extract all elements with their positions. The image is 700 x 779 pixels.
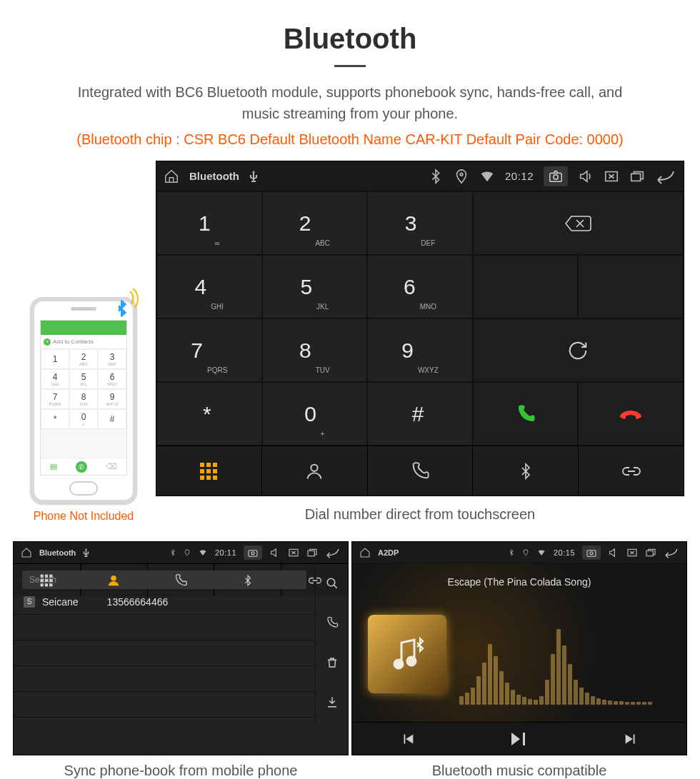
svg-rect-12 <box>587 550 596 556</box>
music-controls <box>352 722 686 755</box>
app-title: Bluetooth <box>39 548 76 557</box>
wifi-icon <box>198 548 208 557</box>
song-title: Escape (The Pina Colada Song) <box>365 576 674 588</box>
svg-point-7 <box>251 551 254 554</box>
svg-point-13 <box>590 551 593 554</box>
home-icon[interactable] <box>164 169 179 184</box>
back-icon[interactable] <box>664 547 679 558</box>
screenshot-icon[interactable] <box>582 546 601 560</box>
redial-key[interactable] <box>473 318 684 382</box>
phone-keypad: 12ABC3DEF 4GHI5JKL6MNO 7PQRS8TUV9WXYZ *0… <box>41 349 126 429</box>
prev-track-button[interactable] <box>352 723 464 755</box>
side-call-icon[interactable] <box>316 603 348 643</box>
clock: 20:12 <box>505 170 534 182</box>
search-input[interactable]: Search <box>22 571 306 589</box>
volume-icon[interactable] <box>269 547 281 558</box>
screenshot-icon[interactable] <box>544 166 568 186</box>
dial-key-6[interactable]: 6MNO <box>367 255 473 318</box>
bluetooth-status-icon <box>169 548 176 558</box>
bottom-nav <box>156 446 684 496</box>
close-app-icon[interactable] <box>604 169 619 184</box>
home-icon[interactable] <box>21 547 32 558</box>
dial-key-#[interactable]: # <box>367 382 473 446</box>
music-caption: Bluetooth music compatible(Support displ… <box>351 763 687 779</box>
phonebook-caption: Sync phone-book from mobile phone(Suppor… <box>13 763 349 779</box>
contact-name: Seicane <box>42 596 79 608</box>
dial-key-9[interactable]: 9WXYZ <box>367 318 473 382</box>
nav-contacts[interactable] <box>261 446 367 496</box>
empty-key <box>473 255 579 318</box>
contact-badge: S <box>24 596 35 608</box>
dial-key-3[interactable]: 3DEF <box>367 191 473 255</box>
bluetooth-specs: (Bluetooth chip : CSR BC6 Default Blueto… <box>0 131 700 148</box>
page-subtitle: Integrated with BC6 Bluetooth module, su… <box>57 81 643 124</box>
recent-apps-icon[interactable] <box>645 547 656 558</box>
backspace-key[interactable] <box>473 191 684 255</box>
wifi-icon <box>479 169 495 184</box>
contact-row[interactable]: S Seicane 13566664466 <box>14 589 315 615</box>
nav-recent[interactable] <box>367 446 473 496</box>
music-panel: A2DP 20:15 Escape (The Pina Colada Song) <box>351 541 687 755</box>
location-icon <box>522 548 529 558</box>
nav-pair[interactable] <box>578 446 684 496</box>
svg-point-2 <box>554 174 558 179</box>
phone-dial-icon: ✆ <box>76 461 87 473</box>
close-app-icon[interactable] <box>288 547 299 558</box>
phone-not-included-label: Phone Not Included <box>16 510 151 523</box>
phone-add-contacts: +Add to Contacts <box>41 335 126 349</box>
volume-icon[interactable] <box>608 547 619 558</box>
recent-apps-icon[interactable] <box>306 547 318 558</box>
screenshot-icon[interactable] <box>244 546 262 560</box>
dial-key-*[interactable]: * <box>156 382 262 446</box>
dial-key-8[interactable]: 8TUV <box>262 318 368 382</box>
smartphone-mockup: +Add to Contacts 12ABC3DEF 4GHI5JKL6MNO … <box>30 297 137 504</box>
nav-bluetooth[interactable] <box>472 446 578 496</box>
back-icon[interactable] <box>325 547 341 558</box>
dialer-panel: Bluetooth 20:12 1∞2ABC3DEF <box>156 161 684 496</box>
contact-number: 13566664466 <box>107 596 169 608</box>
side-delete-icon[interactable] <box>316 643 348 683</box>
nav-dialpad[interactable] <box>156 446 261 496</box>
close-app-icon[interactable] <box>626 547 638 558</box>
album-art <box>368 615 446 693</box>
bluetooth-status-icon <box>428 169 444 184</box>
dial-key-7[interactable]: 7PQRS <box>156 318 262 382</box>
dial-key-2[interactable]: 2ABC <box>262 191 368 255</box>
dial-key-0[interactable]: 0+ <box>262 382 368 446</box>
call-key[interactable] <box>473 382 579 446</box>
clock: 20:15 <box>554 548 575 557</box>
dial-key-4[interactable]: 4GHI <box>156 255 262 318</box>
side-download-icon[interactable] <box>316 683 348 723</box>
dialer-caption: Dial number direct from touchscreen <box>156 506 684 523</box>
svg-point-5 <box>311 464 318 471</box>
svg-rect-15 <box>646 551 653 556</box>
dial-key-1[interactable]: 1∞ <box>156 191 262 255</box>
next-track-button[interactable] <box>575 723 686 755</box>
back-icon[interactable] <box>655 169 676 184</box>
recent-apps-icon[interactable] <box>629 169 645 184</box>
clock: 20:11 <box>215 548 236 557</box>
app-title: A2DP <box>378 548 399 557</box>
wifi-icon <box>536 548 546 557</box>
bluetooth-status-icon <box>508 548 515 558</box>
statusbar: Bluetooth 20:12 <box>156 161 684 191</box>
svg-point-16 <box>394 660 403 668</box>
title-underline <box>334 65 366 67</box>
play-pause-button[interactable] <box>464 723 575 755</box>
svg-point-11 <box>111 576 116 581</box>
svg-rect-9 <box>308 551 314 556</box>
page-title: Bluetooth <box>0 23 700 55</box>
svg-point-0 <box>460 173 463 176</box>
home-icon[interactable] <box>359 547 371 558</box>
visualizer <box>459 620 671 705</box>
usb-icon <box>83 548 89 557</box>
svg-point-17 <box>407 657 416 665</box>
empty-key <box>578 255 684 318</box>
hangup-key[interactable] <box>578 382 684 446</box>
app-title: Bluetooth <box>189 170 239 182</box>
dial-key-5[interactable]: 5JKL <box>262 255 368 318</box>
svg-rect-4 <box>631 174 641 181</box>
volume-icon[interactable] <box>578 169 594 184</box>
phonebook-panel: Bluetooth 20:11 Search <box>13 541 349 755</box>
svg-point-10 <box>327 578 335 586</box>
